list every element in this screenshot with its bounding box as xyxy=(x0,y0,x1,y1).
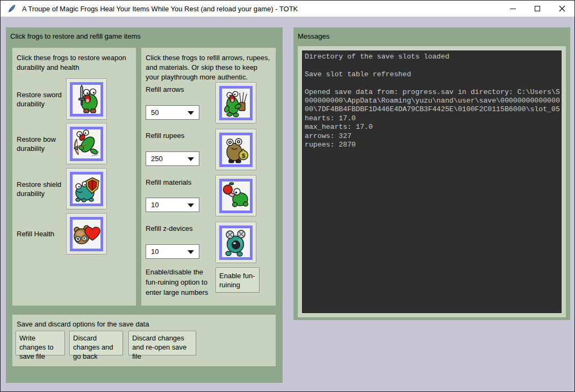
svg-text:$: $ xyxy=(242,152,245,158)
zdevice-frog-icon xyxy=(222,228,250,257)
refill-zdevices-button[interactable] xyxy=(215,222,256,263)
refill-section: Click these frogs to refill arrows, rupe… xyxy=(141,48,276,306)
refill-materials-label: Refill materials xyxy=(146,178,221,186)
material-frog-icon xyxy=(222,182,250,210)
messages-panel-header: Messages xyxy=(298,32,329,40)
restore-shield-button[interactable] xyxy=(66,168,107,209)
app-window: A Troupe of Magic Frogs Heal Your Items … xyxy=(0,0,575,392)
refill-rupees-value: 250 xyxy=(151,155,163,163)
minimize-button[interactable] xyxy=(500,1,525,17)
save-section: Save and discard options for the save da… xyxy=(12,315,276,366)
refill-zdevices-select[interactable]: 10 xyxy=(146,244,199,259)
refill-materials-value: 10 xyxy=(151,201,159,209)
dropdown-arrow-icon xyxy=(188,157,194,161)
titlebar: A Troupe of Magic Frogs Heal Your Items … xyxy=(1,1,574,17)
restore-sword-button[interactable] xyxy=(66,78,107,120)
refill-arrows-button[interactable] xyxy=(215,82,256,124)
sword-frog-icon xyxy=(73,85,100,114)
discard-go-back-button[interactable]: Discard changes and go back xyxy=(69,331,123,355)
refill-rupees-button[interactable]: $ xyxy=(215,129,256,170)
restore-sword-label: Restore sword durability xyxy=(17,78,66,120)
frogs-panel-header: Click frogs to restore and refill game i… xyxy=(10,32,141,40)
refill-section-header: Click these frogs to refill arrows, rupe… xyxy=(146,53,270,82)
enable-fun-ruining-button[interactable]: Enable fun-ruining xyxy=(215,267,260,293)
write-changes-button[interactable]: Write changes to save file xyxy=(16,331,65,355)
frogs-panel: Click frogs to restore and refill game i… xyxy=(6,27,283,383)
dropdown-arrow-icon xyxy=(188,111,194,115)
refill-health-button[interactable] xyxy=(66,213,107,255)
save-section-header: Save and discard options for the save da… xyxy=(17,320,269,329)
health-bear-icon xyxy=(73,220,100,249)
refill-rupees-label: Refill rupees xyxy=(146,132,221,140)
bow-frog-icon xyxy=(73,129,100,158)
refill-arrows-label: Refill arrows xyxy=(146,85,221,93)
restore-section-header: Click these frogs to restore weapon dura… xyxy=(17,53,132,72)
refill-arrows-select[interactable]: 50 xyxy=(146,105,199,120)
restore-shield-label: Restore shield durability xyxy=(17,168,66,209)
refill-materials-select[interactable]: 10 xyxy=(146,198,199,212)
refill-materials-button[interactable] xyxy=(215,175,256,216)
restore-section: Click these frogs to restore weapon dura… xyxy=(12,48,136,306)
window-title: A Troupe of Magic Frogs Heal Your Items … xyxy=(22,5,500,13)
python-feather-icon[interactable] xyxy=(8,4,16,13)
restore-bow-button[interactable] xyxy=(66,123,107,164)
close-button[interactable] xyxy=(550,1,574,17)
shield-frog-icon xyxy=(73,175,100,204)
console-frame: Directory of the save slots loaded Save … xyxy=(298,46,566,317)
arrow-frog-icon xyxy=(222,89,250,118)
refill-zdevices-value: 10 xyxy=(151,248,159,256)
refill-rupees-select[interactable]: 250 xyxy=(146,151,199,166)
refill-arrows-value: 50 xyxy=(151,108,159,117)
maximize-button[interactable] xyxy=(525,1,550,17)
dropdown-arrow-icon xyxy=(188,204,194,207)
messages-console[interactable]: Directory of the save slots loaded Save … xyxy=(302,50,562,313)
maximize-icon xyxy=(535,6,540,11)
dropdown-arrow-icon xyxy=(188,250,194,254)
discard-reopen-button[interactable]: Discard changes and re-open save file xyxy=(128,331,196,355)
close-icon xyxy=(559,5,565,12)
fun-ruining-label: Enable/disable the fun-ruining option to… xyxy=(146,267,214,297)
refill-health-label: Refill Health xyxy=(17,213,66,255)
refill-zdevices-label: Refill z-devices xyxy=(146,224,221,233)
minimize-icon xyxy=(510,9,516,9)
restore-bow-label: Restore bow durability xyxy=(17,123,66,164)
messages-panel: Messages Directory of the save slots loa… xyxy=(293,27,570,320)
rupee-frog-icon: $ xyxy=(222,135,250,164)
